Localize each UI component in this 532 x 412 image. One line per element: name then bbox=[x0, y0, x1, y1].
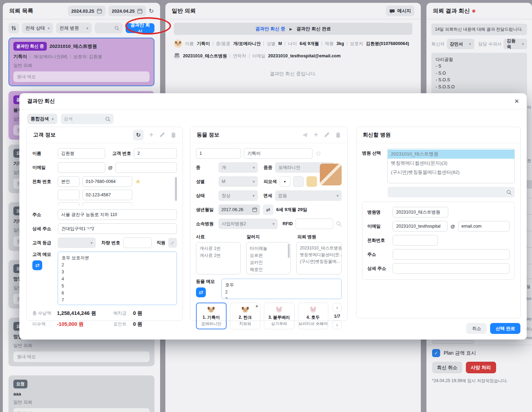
close-icon[interactable]: × bbox=[514, 97, 519, 106]
rfid-input[interactable] bbox=[296, 218, 333, 229]
edit-pencil-icon[interactable] bbox=[159, 132, 165, 138]
pet-photo[interactable] bbox=[320, 164, 342, 185]
horizontal-scrollbar[interactable] bbox=[432, 341, 474, 344]
swap-icon[interactable]: ⇄ bbox=[196, 287, 206, 297]
customer-grade-select[interactable]: ▾ bbox=[58, 237, 96, 248]
replier-select[interactable]: 강민서 ▾ bbox=[447, 39, 474, 49]
species-select[interactable]: 개 ▾ bbox=[218, 162, 258, 173]
internal-memo-input[interactable]: 원내 메모 bbox=[13, 351, 150, 362]
modal-search-input[interactable]: 검색 bbox=[61, 114, 114, 124]
phone-number-input[interactable] bbox=[82, 202, 132, 206]
status-filter-select[interactable]: 전체 상태 ▾ bbox=[22, 23, 53, 33]
coat-swatch-selected[interactable]: ● bbox=[280, 176, 290, 187]
animal-id-input[interactable]: 1 bbox=[196, 148, 241, 159]
coat-swatch-white[interactable] bbox=[293, 176, 304, 187]
animal-name-input[interactable]: 기특이 bbox=[244, 148, 312, 159]
hospital-address2-input[interactable] bbox=[393, 263, 509, 274]
refresh-icon[interactable]: ↻ bbox=[149, 7, 154, 15]
customer-number-input[interactable]: 2 bbox=[134, 148, 177, 159]
sex-select[interactable]: M ▾ bbox=[218, 176, 258, 187]
request-card[interactable]: 결과만 회신 중 20231010_테스트병원 기특이 개/포메라니안(M) 보… bbox=[8, 38, 154, 86]
next-page-button[interactable]: › bbox=[332, 320, 342, 329]
plan-amount-checkbox[interactable]: ✓ bbox=[432, 349, 440, 357]
phone-type-input[interactable] bbox=[58, 202, 80, 206]
allergy-listbox[interactable]: 타이레놀 모르핀 코카인 헤로인 bbox=[246, 242, 291, 274]
animal-memo-input[interactable]: 호두 2 3 bbox=[221, 279, 342, 299]
search-scope-select[interactable]: 통합검색 ▾ bbox=[27, 114, 57, 124]
card-request-type: 일반 의뢰 bbox=[13, 343, 150, 349]
customer-email-local-input[interactable] bbox=[58, 162, 105, 173]
cancel-button[interactable]: 취소 bbox=[466, 323, 487, 334]
confirm-selection-button[interactable]: 선택 완료 bbox=[490, 323, 520, 334]
feed-listbox[interactable]: 개사료 1번 개사료 2번 bbox=[196, 242, 241, 274]
pet-card[interactable]: ★ 2. 한크 치와와 bbox=[230, 303, 260, 329]
reply-intro-input[interactable]: 14일 의뢰하신 내용에 대해 결과 전달드립니다. bbox=[431, 24, 527, 35]
internal-memo-input[interactable]: 원내 메모 bbox=[13, 408, 150, 412]
vet-select[interactable]: 김동욱 ▾ bbox=[504, 39, 527, 49]
search-icon[interactable] bbox=[336, 221, 342, 227]
cat-face-icon bbox=[309, 305, 317, 314]
edit-pencil-icon[interactable] bbox=[324, 132, 330, 138]
swap-icon[interactable]: ⇄ bbox=[263, 204, 273, 215]
hospital-option[interactable]: 벳칭펫메디컬센터(문자)(3) bbox=[388, 159, 514, 168]
customer-name-input[interactable]: 김환붕 bbox=[58, 148, 105, 159]
prev-page-button[interactable]: ‹ bbox=[332, 303, 342, 312]
hospital-phone-input[interactable] bbox=[393, 235, 438, 246]
date-to-input[interactable]: 2024.04.25 bbox=[108, 6, 146, 16]
trash-icon[interactable] bbox=[171, 132, 176, 138]
phone-number-input[interactable]: 010-7680-0064 bbox=[82, 176, 132, 187]
staff-checkbox[interactable]: ✓ bbox=[168, 238, 177, 248]
vertical-scrollbar[interactable] bbox=[175, 177, 177, 201]
card-request-type: 일반 의뢰 bbox=[13, 399, 150, 405]
hospital-option-selected[interactable]: 20231010_테스트병원 bbox=[388, 150, 514, 159]
swap-icon[interactable]: ⇄ bbox=[32, 260, 42, 270]
pet-card[interactable]: 3. 블루베리 싱가푸라 bbox=[264, 303, 294, 329]
pet-card[interactable]: 4. 호두 브리티쉬 숏헤어 bbox=[298, 303, 328, 329]
customer-email-domain-input[interactable] bbox=[115, 162, 177, 173]
add-icon[interactable]: + bbox=[314, 131, 318, 139]
hospital-email-local-input[interactable]: 20231010_testhospital bbox=[393, 221, 448, 232]
chevron-down-icon: ▾ bbox=[272, 222, 274, 226]
pet-card-selected[interactable]: 1. 기특이 포메라니안 bbox=[196, 303, 227, 329]
date-from-input[interactable]: 2024.03.25 bbox=[68, 6, 106, 16]
star-icon[interactable]: ★ bbox=[135, 178, 141, 185]
animal-status-select[interactable]: 정상 ▾ bbox=[218, 190, 258, 201]
phone-type-input[interactable] bbox=[58, 190, 80, 200]
add-icon[interactable]: + bbox=[149, 131, 153, 139]
customer-address2-input[interactable]: 건대입구역1ㅋ*2 bbox=[58, 223, 177, 234]
birth-date-input[interactable]: 2017.06.26 bbox=[218, 204, 260, 215]
request-card[interactable]: 요청 aaa 일반 의뢰 원내 메모 bbox=[8, 375, 154, 412]
customer-number-label: 고객 번호 bbox=[112, 151, 131, 157]
coat-swatch-tan[interactable] bbox=[306, 176, 317, 187]
car-number-input[interactable] bbox=[123, 237, 152, 248]
hospital-address-input[interactable] bbox=[393, 249, 509, 260]
star-outline-icon[interactable]: ☆ bbox=[315, 149, 322, 158]
refresh-icon[interactable]: ↻ bbox=[133, 130, 144, 140]
tax-exempt-select[interactable]: 없음 ▾ bbox=[275, 190, 342, 201]
message-button[interactable]: 메시지 bbox=[386, 6, 414, 16]
hospital-fax-icon bbox=[174, 53, 180, 59]
customer-address-input[interactable]: 서울 광진구 능동로 지하 110 bbox=[58, 209, 177, 220]
search-input[interactable] bbox=[95, 23, 123, 33]
send-icon[interactable] bbox=[302, 132, 308, 138]
trash-icon[interactable] bbox=[335, 132, 341, 138]
request-hospital-listbox[interactable]: 20231010_테스트병원 벳칭펫메디컬센터(문... (구시연)벳칭동물메.… bbox=[296, 242, 342, 274]
phone-type-input[interactable]: 본인 bbox=[58, 176, 80, 187]
allergy-label: 알러지 bbox=[247, 234, 292, 240]
vertical-scrollbar[interactable] bbox=[288, 244, 290, 258]
phone-number-input[interactable]: 02-123-4567 bbox=[82, 190, 132, 200]
reply-only-open-button[interactable]: 결과만 회신 bbox=[126, 23, 154, 33]
home-hospital-select[interactable]: 사업자병원2 ▾ bbox=[218, 218, 278, 229]
filter-sliders-icon[interactable] bbox=[8, 23, 19, 33]
customer-memo-input[interactable]: 호두 보호자분 2 3 4 5 6 7 8 bbox=[58, 252, 177, 305]
cancel-reply-button[interactable]: 회신 취소 bbox=[432, 362, 462, 373]
tax-exempt-label: 면세 bbox=[264, 193, 272, 199]
hospital-option[interactable]: (구시연)벳칭동물메디컬센터(82) bbox=[388, 168, 514, 177]
hospital-search-input[interactable] bbox=[387, 187, 515, 197]
internal-memo-input[interactable]: 원내 메모 bbox=[13, 71, 150, 82]
death-process-button[interactable]: 사망 처리 bbox=[466, 362, 496, 373]
hospital-filter-select[interactable]: 전체 병원 ▾ bbox=[56, 23, 92, 33]
hospital-email-domain-input[interactable]: email.com bbox=[458, 221, 509, 232]
hospital-email-label: 이메일 bbox=[252, 53, 266, 59]
hospital-name-input[interactable]: 20231010_테스트병원 bbox=[393, 207, 448, 217]
